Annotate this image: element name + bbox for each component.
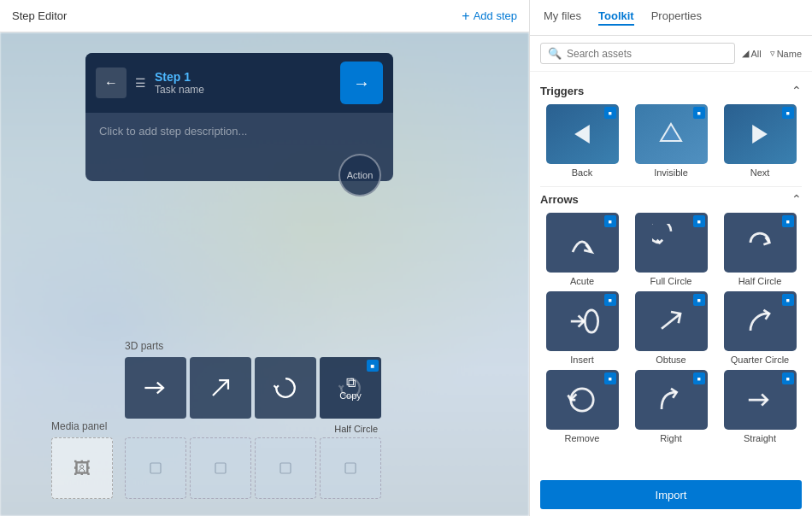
list-icon: ☰	[135, 76, 146, 90]
triggers-grid: ■ Back ■ Invisible	[540, 104, 802, 178]
part-copy-overlay[interactable]: ⧉ Copy ■	[320, 357, 381, 419]
filter-name-button[interactable]: ▿ Name	[770, 48, 802, 59]
parts-panel-label: 3D parts	[125, 340, 381, 352]
search-input-wrap[interactable]: 🔍	[540, 43, 735, 64]
svg-line-1	[213, 380, 228, 396]
arrow-quarter-circle-thumb: ■	[724, 291, 797, 351]
arrow-remove-badge: ■	[604, 372, 616, 384]
import-button[interactable]: Import	[540, 480, 802, 509]
half-circle-caption: Half Circle	[125, 424, 381, 434]
arrow-full-circle[interactable]: ■ Full Circle	[629, 213, 713, 286]
trigger-next-label: Next	[750, 167, 770, 178]
task-name: Task name	[155, 84, 340, 96]
sort-icon: ▿	[770, 48, 775, 59]
search-input[interactable]	[567, 48, 727, 60]
arrow-half-circle[interactable]: ■ Half Circle	[718, 213, 802, 286]
arrow-acute-badge: ■	[604, 215, 616, 227]
part-arrow-straight[interactable]	[125, 357, 186, 419]
arrow-straight[interactable]: ■ Straight	[718, 370, 802, 443]
trigger-back[interactable]: ■ Back	[540, 104, 624, 178]
arrow-full-circle-badge: ■	[693, 215, 705, 227]
right-panel: My files Toolkit Properties 🔍 ◢ All ▿ Na…	[530, 0, 812, 516]
trigger-next-thumb: ■	[724, 104, 797, 164]
arrow-obtuse-thumb: ■	[635, 291, 708, 351]
nav-back-button[interactable]: ←	[96, 67, 127, 98]
arrow-quarter-circle-label: Quarter Circle	[731, 355, 789, 365]
left-panel: Step Editor + Add step ← ☰ Step 1 Task n…	[0, 0, 530, 516]
arrow-remove-label: Remove	[565, 433, 600, 443]
trigger-next-badge: ■	[782, 107, 794, 119]
arrow-remove-thumb: ■	[546, 370, 619, 430]
parts-panel-group: 3D parts	[125, 340, 381, 499]
svg-rect-4	[280, 463, 291, 473]
arrow-quarter-circle[interactable]: ■ Quarter Circle	[718, 291, 802, 365]
arrow-acute[interactable]: ■ Acute	[540, 213, 624, 286]
part-empty-2[interactable]	[190, 437, 251, 499]
arrow-insert-badge: ■	[604, 294, 616, 306]
svg-point-10	[585, 310, 597, 332]
tab-toolkit[interactable]: Toolkit	[598, 9, 634, 26]
arrow-straight-thumb: ■	[724, 370, 797, 430]
add-step-label: Add step	[474, 9, 517, 22]
arrows-collapse[interactable]: ⌃	[791, 192, 802, 206]
action-label: Action	[347, 170, 374, 180]
arrow-right-thumb: ■	[635, 370, 708, 430]
step-editor-header: Step Editor + Add step	[0, 0, 529, 32]
step-card-header: ← ☰ Step 1 Task name →	[85, 53, 393, 113]
arrow-obtuse-label: Obtuse	[656, 355, 685, 365]
part-empty-1[interactable]	[125, 437, 186, 499]
trigger-back-badge: ■	[604, 107, 616, 119]
arrow-remove[interactable]: ■ Remove	[540, 370, 624, 443]
trigger-invisible[interactable]: ■ Invisible	[629, 104, 713, 178]
trigger-back-thumb: ■	[546, 104, 619, 164]
svg-marker-8	[752, 125, 768, 144]
svg-rect-3	[215, 463, 226, 473]
part-empty-3[interactable]	[255, 437, 316, 499]
add-step-button[interactable]: + Add step	[462, 9, 517, 24]
right-tabs: My files Toolkit Properties	[530, 0, 812, 36]
step-editor-title: Step Editor	[12, 9, 67, 22]
filter-all-label: All	[750, 49, 761, 59]
svg-line-11	[662, 314, 680, 329]
bottom-panels: Media panel 🖼 3D parts	[51, 340, 381, 499]
arrow-right-label: Right	[660, 433, 682, 443]
svg-rect-2	[150, 463, 161, 473]
triggers-collapse[interactable]: ⌃	[791, 84, 802, 97]
tab-my-files[interactable]: My files	[544, 9, 581, 26]
filter-all-button[interactable]: ◢ All	[742, 48, 761, 59]
arrow-right[interactable]: ■ Right	[629, 370, 713, 443]
media-panel-label: Media panel	[51, 420, 113, 432]
filter-name-label: Name	[777, 49, 802, 59]
arrow-insert-label: Insert	[570, 355, 594, 365]
triggers-title: Triggers	[540, 85, 584, 97]
arrows-section-header: Arrows ⌃	[540, 192, 802, 206]
media-panel-box[interactable]: 🖼	[51, 437, 113, 499]
arrows-grid: ■ Acute ■ Full Circle	[540, 213, 802, 443]
tab-properties[interactable]: Properties	[651, 9, 702, 26]
arrow-obtuse[interactable]: ■ Obtuse	[629, 291, 713, 365]
trigger-next[interactable]: ■ Next	[718, 104, 802, 178]
nav-next-button[interactable]: →	[340, 62, 383, 104]
step-card: ← ☰ Step 1 Task name → Click to add step…	[85, 53, 393, 181]
assets-list: Triggers ⌃ ■ Back ■	[530, 72, 812, 473]
search-icon: 🔍	[548, 47, 562, 60]
svg-marker-7	[661, 124, 681, 141]
trigger-invisible-badge: ■	[693, 107, 705, 119]
arrow-insert-thumb: ■	[546, 291, 619, 351]
part-empty-4[interactable]	[320, 437, 381, 499]
part-arrow-full-circle[interactable]	[255, 357, 316, 419]
arrow-half-circle-label: Half Circle	[738, 276, 782, 286]
arrow-straight-badge: ■	[782, 372, 794, 384]
arrows-title: Arrows	[540, 193, 579, 206]
svg-rect-5	[345, 463, 356, 473]
arrow-full-circle-thumb: ■	[635, 213, 708, 273]
arrow-half-circle-badge: ■	[782, 215, 794, 227]
trigger-back-label: Back	[572, 167, 592, 178]
action-button[interactable]: Action	[338, 154, 381, 196]
part-arrow-diagonal[interactable]	[190, 357, 251, 419]
arrow-right-badge: ■	[693, 372, 705, 384]
arrow-insert[interactable]: ■ Insert	[540, 291, 624, 365]
trigger-invisible-thumb: ■	[635, 104, 708, 164]
search-bar: 🔍 ◢ All ▿ Name	[530, 36, 812, 72]
arrow-acute-label: Acute	[570, 276, 594, 286]
